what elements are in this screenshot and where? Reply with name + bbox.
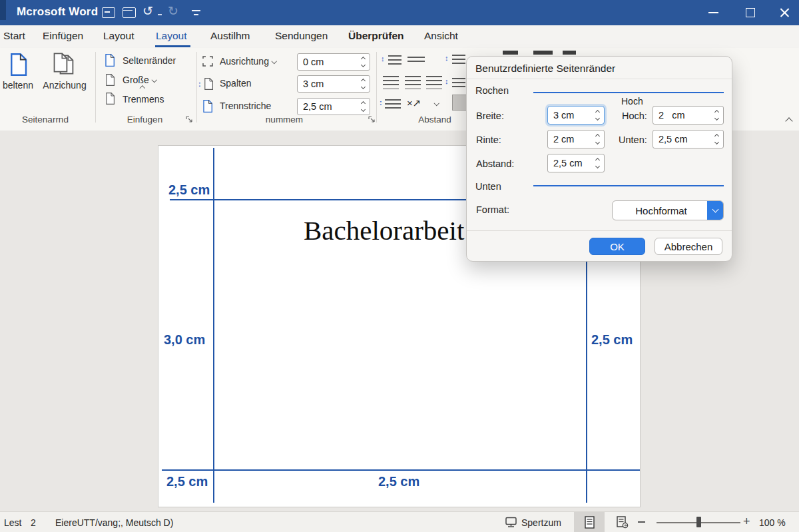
- spinner-arrows-icon[interactable]: [715, 111, 723, 120]
- hidden-icon-top: [563, 51, 576, 55]
- indent-right-spinner[interactable]: 3 cm: [297, 75, 370, 93]
- zoom-slider-handle[interactable]: [696, 517, 701, 527]
- active-tab-underline: [155, 45, 190, 47]
- format-dropdown[interactable]: Hochformat: [612, 200, 724, 220]
- hyphen-breaks-icon: [202, 99, 213, 113]
- maximize-button[interactable]: [736, 0, 766, 25]
- minimize-icon: [708, 12, 718, 13]
- dialog-column-header: Hoch: [621, 96, 643, 107]
- spacing-arrows-icon: ↕: [445, 54, 449, 62]
- undo-dropdown-icon[interactable]: [158, 14, 162, 15]
- tab-layout-1[interactable]: Layout: [103, 30, 134, 42]
- ribbon-tab-bar: Start Einfügen Layout Layout Austilhm Se…: [0, 25, 799, 49]
- breite-label: Breite:: [476, 111, 504, 121]
- undo-icon[interactable]: ↺: [142, 3, 153, 19]
- tab-ueberpruefen[interactable]: Überprüfen: [348, 30, 404, 42]
- menu-item-trenmens[interactable]: Trenmens: [123, 94, 164, 105]
- line-spacing-icon-2[interactable]: [452, 78, 465, 88]
- spinner-arrows-icon[interactable]: [362, 102, 370, 111]
- spacing-spinner[interactable]: 2,5 cm: [297, 98, 370, 115]
- margins-big-button[interactable]: beltenn: [0, 80, 40, 91]
- margin-label-right: 2,5 cm: [591, 332, 633, 348]
- group-label-einfugen: Einfugen: [113, 115, 176, 125]
- page-margins-dialog: Benutzrdefinierte Seitenränder Rochen Ho…: [466, 56, 732, 262]
- hoch-field[interactable]: 2 cm: [653, 106, 724, 125]
- menu-item-groesse[interactable]: Große: [123, 75, 156, 85]
- spinner-arrows-icon[interactable]: [596, 158, 604, 168]
- section-divider-line: [533, 92, 724, 93]
- status-item-3[interactable]: EiereUTT/vang;, Meutsch D): [55, 517, 173, 528]
- align-lines-icon[interactable]: [407, 57, 425, 63]
- dialog-launcher-icon[interactable]: [368, 115, 376, 123]
- redo-icon[interactable]: ↻: [168, 3, 178, 19]
- hidden-icon-top: [503, 51, 518, 55]
- abstand-label: Abstand:: [476, 158, 514, 169]
- list-icon[interactable]: [385, 99, 401, 109]
- spinner-arrows-icon[interactable]: [362, 79, 370, 89]
- orientation-big-button[interactable]: Anzichung: [39, 80, 91, 91]
- web-layout-icon: [617, 516, 629, 529]
- status-page-number[interactable]: 2: [31, 517, 36, 528]
- spinner-arrows-icon[interactable]: [715, 134, 723, 144]
- chevron-down-icon[interactable]: [434, 101, 439, 106]
- tab-ansicht[interactable]: Ansicht: [424, 30, 458, 42]
- page-margins-icon: [8, 52, 28, 77]
- spinner-arrows-icon[interactable]: [596, 111, 604, 120]
- justify-center-icon[interactable]: [405, 76, 421, 90]
- section-divider-line: [533, 185, 724, 186]
- spinner-arrows-icon[interactable]: [362, 57, 370, 67]
- hyphenation-label[interactable]: Trennstriche: [220, 101, 271, 111]
- margin-line-left: [213, 148, 214, 503]
- hoch-label: Hoch:: [622, 111, 647, 121]
- zoom-in-icon[interactable]: +: [743, 515, 750, 529]
- tab-start[interactable]: Start: [3, 30, 25, 42]
- abstand-field[interactable]: 2,5 cm: [547, 154, 605, 172]
- focus-mode-icon[interactable]: [505, 517, 518, 528]
- status-bar: Lest 2 EiereUTT/vang;, Meutsch D) Spertz…: [0, 511, 799, 532]
- ok-button[interactable]: OK: [589, 238, 645, 255]
- collapse-ribbon-icon[interactable]: [785, 117, 792, 125]
- close-button[interactable]: [770, 0, 799, 25]
- tab-layout-active[interactable]: Layout: [156, 30, 187, 42]
- caret-up-icon: [140, 86, 145, 91]
- save-icon[interactable]: [123, 7, 136, 18]
- rinte-field[interactable]: 2 cm: [547, 130, 605, 148]
- breite-field[interactable]: 3 cm: [547, 106, 605, 125]
- minimize-button[interactable]: [699, 0, 730, 25]
- print-layout-icon: [585, 516, 595, 529]
- maximize-icon: [746, 8, 755, 17]
- zoom-level[interactable]: 100 %: [759, 517, 786, 528]
- page-size-icon: [105, 73, 115, 87]
- page-borders-icon: [104, 53, 115, 67]
- menu-item-seitenraender[interactable]: Seltenränder: [123, 55, 176, 66]
- hidden-icon-top: [533, 51, 553, 55]
- list-dots-icon: :: [380, 99, 382, 107]
- dropdown-chevron-button[interactable]: [707, 201, 723, 220]
- web-layout-view-button[interactable]: [609, 512, 636, 532]
- page-copy-icon-2: [51, 51, 69, 74]
- justify-right-icon[interactable]: [426, 76, 442, 90]
- focus-mode-label[interactable]: Spertzum: [521, 517, 561, 528]
- status-item-1[interactable]: Lest: [4, 517, 21, 528]
- line-spacing-icon[interactable]: [452, 55, 465, 65]
- tab-sendungen[interactable]: Sendungen: [275, 30, 328, 42]
- spinner-arrows-icon[interactable]: [596, 134, 604, 144]
- print-layout-view-button[interactable]: [574, 512, 605, 532]
- orientation-label[interactable]: Ausrichtung: [220, 56, 276, 67]
- justify-left-icon[interactable]: [383, 76, 399, 90]
- restore-window-icon[interactable]: [102, 7, 115, 18]
- ribbon-display-options-icon[interactable]: [192, 10, 200, 15]
- format-label: Format:: [476, 204, 509, 215]
- margin-label-top: 2,5 cm: [168, 182, 210, 198]
- tab-austilhm[interactable]: Austilhm: [210, 30, 250, 42]
- zoom-out-icon[interactable]: [638, 521, 645, 523]
- cancel-button[interactable]: Abbrechen: [655, 238, 722, 255]
- sort-icon[interactable]: ×↗: [407, 97, 421, 109]
- dialog-launcher-icon[interactable]: [185, 115, 193, 123]
- columns-label[interactable]: Spalten: [220, 78, 251, 89]
- line-spacing-icon[interactable]: [388, 55, 401, 65]
- unten-field[interactable]: 2,5 cm: [653, 130, 724, 148]
- unten-label: Unten:: [619, 134, 647, 145]
- tab-einfuegen[interactable]: Einfügen: [43, 30, 83, 42]
- indent-left-spinner[interactable]: 0 cm: [297, 53, 370, 71]
